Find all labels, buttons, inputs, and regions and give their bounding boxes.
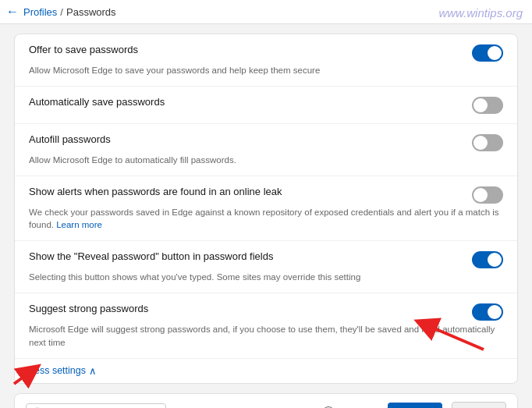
breadcrumb-current: Passwords	[66, 6, 116, 18]
setting-strong-pwd-desc: Microsoft Edge will suggest strong passw…	[29, 323, 503, 348]
setting-reveal-btn-label: Show the "Reveal password" button in pas…	[29, 250, 472, 262]
setting-autofill-desc: Allow Microsoft Edge to automatically fi…	[29, 154, 503, 166]
settings-card: Offer to save passwords Allow Microsoft …	[14, 34, 518, 384]
setting-autofill-label: Autofill passwords	[29, 133, 472, 145]
delete-button[interactable]: Delete	[388, 403, 442, 408]
search-box[interactable]: 🔍	[26, 403, 166, 408]
setting-reveal-btn: Show the "Reveal password" button in pas…	[15, 241, 517, 293]
toggle-auto-save[interactable]	[472, 97, 503, 114]
search-action-bar: 🔍 1 passwords selected Sync is on i Dele…	[15, 394, 517, 408]
toggle-online-leak[interactable]	[472, 186, 503, 204]
cancel-button[interactable]: Cancel	[452, 402, 506, 408]
setting-online-leak: Show alerts when passwords are found in …	[15, 176, 517, 241]
setting-offer-save: Offer to save passwords Allow Microsoft …	[15, 34, 517, 87]
setting-strong-pwd: Suggest strong passwords Microsoft Edge …	[15, 293, 517, 358]
chevron-up-icon: ∧	[89, 365, 97, 377]
toggle-offer-save[interactable]	[472, 44, 503, 62]
setting-auto-save-label: Automatically save passwords	[29, 96, 472, 108]
less-settings-toggle[interactable]: Less settings ∧	[15, 359, 517, 383]
breadcrumb-profiles-link[interactable]: Profiles	[23, 6, 57, 18]
main-content: Offer to save passwords Allow Microsoft …	[0, 24, 532, 408]
setting-offer-save-desc: Allow Microsoft Edge to save your passwo…	[29, 64, 503, 76]
setting-auto-save: Automatically save passwords	[15, 87, 517, 124]
setting-offer-save-label: Offer to save passwords	[29, 44, 472, 55]
setting-strong-pwd-label: Suggest strong passwords	[29, 303, 472, 314]
setting-online-leak-label: Show alerts when passwords are found in …	[29, 186, 472, 197]
toggle-reveal-btn[interactable]	[472, 251, 503, 268]
setting-online-leak-desc: We check your passwords saved in Edge ag…	[29, 206, 503, 231]
toggle-autofill[interactable]	[472, 134, 503, 151]
breadcrumb-separator: /	[60, 6, 63, 18]
setting-reveal-btn-desc: Selecting this button shows what you've …	[29, 271, 503, 283]
setting-autofill: Autofill passwords Allow Microsoft Edge …	[15, 124, 517, 176]
password-list-section: 🔍 1 passwords selected Sync is on i Dele…	[14, 393, 518, 408]
back-button[interactable]: ←	[6, 5, 19, 19]
learn-more-link[interactable]: Learn more	[56, 220, 102, 229]
less-settings-label: Less settings	[29, 365, 86, 376]
toggle-strong-pwd[interactable]	[472, 303, 503, 321]
breadcrumb: ← Profiles / Passwords	[0, 0, 532, 24]
